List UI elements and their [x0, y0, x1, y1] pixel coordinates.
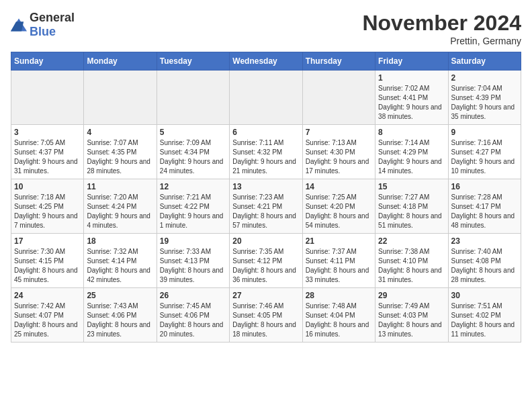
header-thursday: Thursday: [302, 52, 375, 71]
sunset: Sunset: 4:22 PM: [160, 203, 210, 210]
day-info: Sunrise: 7:28 AM Sunset: 4:17 PM Dayligh…: [451, 193, 518, 230]
sunset: Sunset: 4:24 PM: [87, 203, 136, 210]
sunset: Sunset: 4:10 PM: [378, 257, 428, 265]
calendar-cell: [302, 71, 375, 125]
day-number: 19: [160, 236, 226, 246]
sunrise: Sunrise: 7:02 AM: [378, 85, 429, 92]
daylight: Daylight: 8 hours and 39 minutes.: [160, 267, 224, 283]
logo-general: General: [30, 11, 75, 24]
daylight: Daylight: 8 hours and 16 minutes.: [306, 321, 369, 338]
calendar-cell: 29 Sunrise: 7:49 AM Sunset: 4:03 PM Dayl…: [375, 288, 448, 342]
daylight: Daylight: 9 hours and 35 minutes.: [451, 103, 515, 120]
day-info: Sunrise: 7:20 AM Sunset: 4:24 PM Dayligh…: [87, 193, 153, 230]
day-info: Sunrise: 7:49 AM Sunset: 4:03 PM Dayligh…: [378, 302, 445, 339]
sunset: Sunset: 4:15 PM: [14, 257, 64, 265]
calendar-cell: 1 Sunrise: 7:02 AM Sunset: 4:41 PM Dayli…: [375, 71, 448, 125]
day-number: 10: [14, 182, 81, 191]
calendar-cell: 5 Sunrise: 7:09 AM Sunset: 4:34 PM Dayli…: [157, 125, 229, 179]
daylight: Daylight: 8 hours and 20 minutes.: [160, 321, 224, 338]
calendar-cell: 9 Sunrise: 7:16 AM Sunset: 4:27 PM Dayli…: [448, 125, 521, 179]
day-number: 7: [306, 128, 372, 137]
sunset: Sunset: 4:06 PM: [160, 312, 210, 319]
sunset: Sunset: 4:18 PM: [378, 203, 428, 210]
day-number: 14: [306, 182, 372, 191]
sunrise: Sunrise: 7:30 AM: [14, 248, 65, 255]
day-info: Sunrise: 7:42 AM Sunset: 4:07 PM Dayligh…: [14, 302, 81, 339]
sunset: Sunset: 4:30 PM: [306, 148, 355, 156]
logo: General Blue: [11, 11, 75, 39]
daylight: Daylight: 9 hours and 7 minutes.: [14, 212, 78, 229]
sunrise: Sunrise: 7:38 AM: [378, 248, 429, 255]
daylight: Daylight: 8 hours and 23 minutes.: [87, 321, 150, 338]
sunrise: Sunrise: 7:45 AM: [160, 302, 211, 310]
daylight: Daylight: 8 hours and 48 minutes.: [451, 212, 515, 229]
day-number: 21: [306, 236, 372, 246]
calendar-cell: 24 Sunrise: 7:42 AM Sunset: 4:07 PM Dayl…: [11, 288, 84, 342]
sunrise: Sunrise: 7:25 AM: [306, 193, 357, 201]
calendar-cell: 27 Sunrise: 7:46 AM Sunset: 4:05 PM Dayl…: [230, 288, 302, 342]
daylight: Daylight: 8 hours and 28 minutes.: [451, 267, 515, 283]
day-info: Sunrise: 7:23 AM Sunset: 4:21 PM Dayligh…: [232, 193, 299, 230]
sunrise: Sunrise: 7:27 AM: [378, 193, 429, 201]
calendar-cell: 25 Sunrise: 7:43 AM Sunset: 4:06 PM Dayl…: [84, 288, 157, 342]
sunrise: Sunrise: 7:32 AM: [87, 248, 138, 255]
sunrise: Sunrise: 7:42 AM: [14, 302, 65, 310]
calendar-cell: 10 Sunrise: 7:18 AM Sunset: 4:25 PM Dayl…: [11, 179, 84, 234]
day-number: 27: [232, 291, 299, 300]
day-number: 22: [378, 236, 445, 246]
sunset: Sunset: 4:05 PM: [232, 312, 282, 319]
day-number: 23: [451, 236, 518, 246]
daylight: Daylight: 9 hours and 21 minutes.: [232, 158, 296, 175]
sunset: Sunset: 4:29 PM: [378, 148, 428, 156]
calendar-cell: 16 Sunrise: 7:28 AM Sunset: 4:17 PM Dayl…: [448, 179, 521, 234]
calendar-cell: [11, 71, 84, 125]
day-info: Sunrise: 7:40 AM Sunset: 4:08 PM Dayligh…: [451, 247, 518, 285]
calendar-cell: 21 Sunrise: 7:37 AM Sunset: 4:11 PM Dayl…: [302, 234, 375, 288]
calendar-table: Sunday Monday Tuesday Wednesday Thursday…: [11, 52, 521, 342]
day-info: Sunrise: 7:16 AM Sunset: 4:27 PM Dayligh…: [451, 138, 518, 176]
sunset: Sunset: 4:25 PM: [14, 203, 64, 210]
daylight: Daylight: 8 hours and 42 minutes.: [87, 267, 150, 283]
header-tuesday: Tuesday: [157, 52, 229, 71]
sunrise: Sunrise: 7:33 AM: [160, 248, 211, 255]
logo-icon: [11, 18, 27, 32]
day-number: 2: [451, 73, 518, 83]
calendar-cell: 11 Sunrise: 7:20 AM Sunset: 4:24 PM Dayl…: [84, 179, 157, 234]
day-info: Sunrise: 7:04 AM Sunset: 4:39 PM Dayligh…: [451, 84, 518, 122]
day-info: Sunrise: 7:07 AM Sunset: 4:35 PM Dayligh…: [87, 138, 153, 176]
daylight: Daylight: 8 hours and 13 minutes.: [378, 321, 442, 338]
daylight: Daylight: 8 hours and 36 minutes.: [232, 267, 296, 283]
header-saturday: Saturday: [448, 52, 521, 71]
day-info: Sunrise: 7:18 AM Sunset: 4:25 PM Dayligh…: [14, 193, 81, 230]
sunrise: Sunrise: 7:18 AM: [14, 193, 65, 201]
daylight: Daylight: 9 hours and 38 minutes.: [378, 103, 442, 120]
day-info: Sunrise: 7:37 AM Sunset: 4:11 PM Dayligh…: [306, 247, 372, 285]
day-number: 6: [232, 128, 299, 137]
sunrise: Sunrise: 7:20 AM: [87, 193, 138, 201]
daylight: Daylight: 9 hours and 31 minutes.: [14, 158, 78, 175]
sunrise: Sunrise: 7:16 AM: [451, 139, 502, 146]
sunrise: Sunrise: 7:13 AM: [306, 139, 357, 146]
day-info: Sunrise: 7:25 AM Sunset: 4:20 PM Dayligh…: [306, 193, 372, 230]
calendar-cell: 19 Sunrise: 7:33 AM Sunset: 4:13 PM Dayl…: [157, 234, 229, 288]
day-info: Sunrise: 7:46 AM Sunset: 4:05 PM Dayligh…: [232, 302, 299, 339]
sunset: Sunset: 4:12 PM: [232, 257, 282, 265]
calendar-cell: 3 Sunrise: 7:05 AM Sunset: 4:37 PM Dayli…: [11, 125, 84, 179]
page-header: General Blue November 2024 Prettin, Germ…: [11, 11, 521, 46]
sunset: Sunset: 4:06 PM: [87, 312, 136, 319]
calendar-cell: 14 Sunrise: 7:25 AM Sunset: 4:20 PM Dayl…: [302, 179, 375, 234]
header-friday: Friday: [375, 52, 448, 71]
day-number: 9: [451, 128, 518, 137]
daylight: Daylight: 8 hours and 18 minutes.: [232, 321, 296, 338]
calendar-cell: [230, 71, 302, 125]
day-info: Sunrise: 7:43 AM Sunset: 4:06 PM Dayligh…: [87, 302, 153, 339]
day-info: Sunrise: 7:33 AM Sunset: 4:13 PM Dayligh…: [160, 247, 226, 285]
sunrise: Sunrise: 7:49 AM: [378, 302, 429, 310]
day-number: 15: [378, 182, 445, 191]
logo-blue: Blue: [30, 25, 56, 38]
sunset: Sunset: 4:11 PM: [306, 257, 355, 265]
logo-text: General Blue: [30, 11, 75, 39]
sunrise: Sunrise: 7:05 AM: [14, 139, 65, 146]
day-number: 11: [87, 182, 153, 191]
calendar-cell: [157, 71, 229, 125]
